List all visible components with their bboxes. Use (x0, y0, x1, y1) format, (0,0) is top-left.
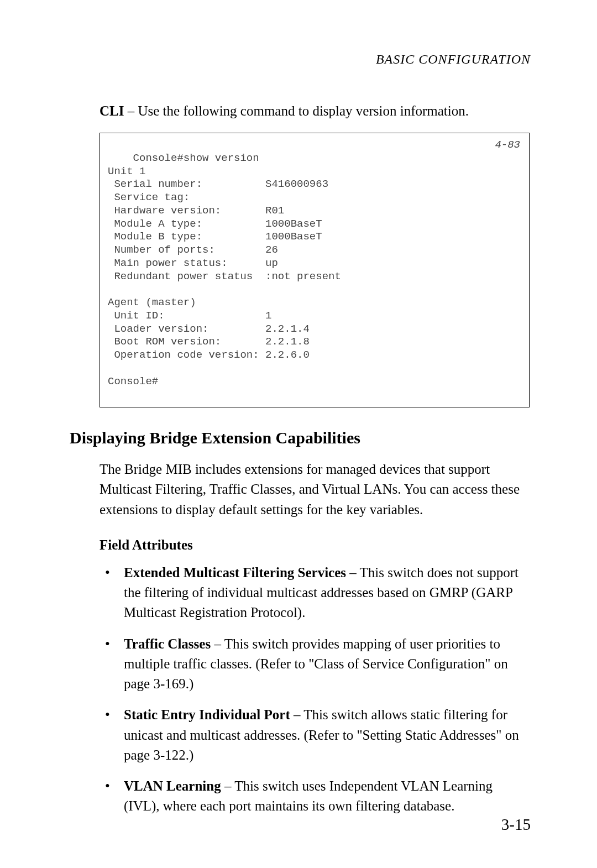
item-term: Extended Multicast Filtering Services (124, 565, 346, 580)
section-heading: Displaying Bridge Extension Capabilities (70, 428, 531, 447)
cli-intro: CLI – Use the following command to displ… (100, 101, 531, 121)
list-item: Static Entry Individual Port – This swit… (100, 705, 531, 765)
sub-heading: Field Attributes (100, 537, 531, 553)
section-body: The Bridge MIB includes extensions for m… (100, 459, 531, 520)
list-item: Traffic Classes – This switch provides m… (100, 634, 531, 694)
running-header: BASIC CONFIGURATION (66, 52, 531, 67)
item-term: Static Entry Individual Port (124, 707, 290, 722)
page: BASIC CONFIGURATION CLI – Use the follow… (0, 0, 597, 868)
console-text: Console#show version Unit 1 Serial numbe… (108, 152, 341, 388)
page-number: 3-15 (501, 815, 531, 834)
item-term: Traffic Classes (124, 636, 211, 651)
list-item: Extended Multicast Filtering Services – … (100, 563, 531, 623)
field-attributes-list: Extended Multicast Filtering Services – … (100, 563, 531, 817)
console-output: 4-83Console#show version Unit 1 Serial n… (100, 133, 530, 407)
list-item: VLAN Learning – This switch uses Indepen… (100, 776, 531, 817)
item-term: VLAN Learning (124, 778, 221, 793)
cli-label: CLI (100, 103, 124, 118)
console-ref: 4-83 (495, 139, 520, 152)
cli-intro-text: – Use the following command to display v… (124, 103, 469, 118)
